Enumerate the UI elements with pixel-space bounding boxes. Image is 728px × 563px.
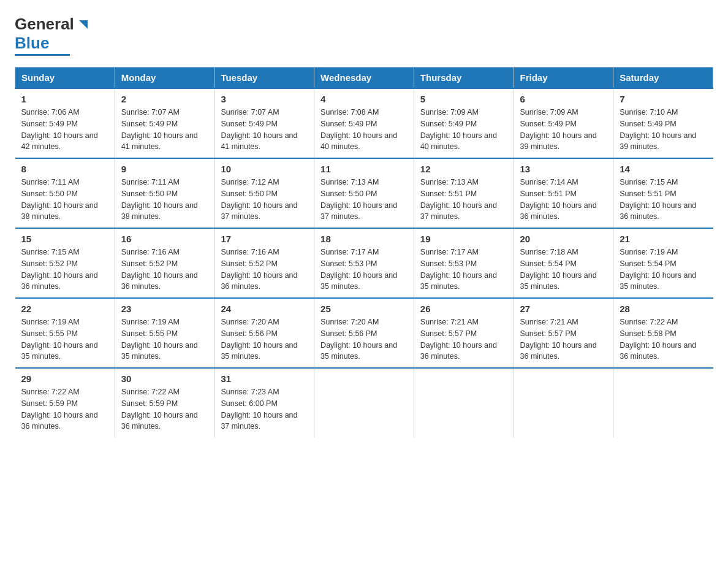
calendar-cell: 12Sunrise: 7:13 AMSunset: 5:51 PMDayligh… — [414, 158, 514, 228]
calendar-cell: 18Sunrise: 7:17 AMSunset: 5:53 PMDayligh… — [314, 228, 414, 298]
calendar-cell: 29Sunrise: 7:22 AMSunset: 5:59 PMDayligh… — [15, 368, 115, 437]
logo: General Blue — [15, 15, 89, 56]
day-info: Sunrise: 7:13 AMSunset: 5:51 PMDaylight:… — [420, 177, 507, 223]
day-number: 31 — [221, 373, 308, 384]
calendar-cell: 28Sunrise: 7:22 AMSunset: 5:58 PMDayligh… — [613, 298, 713, 368]
day-info: Sunrise: 7:17 AMSunset: 5:53 PMDaylight:… — [420, 247, 507, 293]
day-info: Sunrise: 7:10 AMSunset: 5:49 PMDaylight:… — [620, 107, 707, 153]
calendar-week-2: 8Sunrise: 7:11 AMSunset: 5:50 PMDaylight… — [15, 158, 713, 228]
day-info: Sunrise: 7:06 AMSunset: 5:49 PMDaylight:… — [21, 107, 108, 153]
calendar-cell: 6Sunrise: 7:09 AMSunset: 5:49 PMDaylight… — [514, 88, 613, 158]
day-number: 3 — [221, 94, 308, 104]
calendar-cell: 4Sunrise: 7:08 AMSunset: 5:49 PMDaylight… — [314, 88, 414, 158]
calendar-cell — [414, 368, 514, 437]
day-number: 2 — [121, 94, 208, 104]
day-info: Sunrise: 7:19 AMSunset: 5:55 PMDaylight:… — [21, 316, 108, 362]
calendar-cell — [613, 368, 713, 437]
day-info: Sunrise: 7:22 AMSunset: 5:58 PMDaylight:… — [620, 316, 707, 362]
calendar-cell: 21Sunrise: 7:19 AMSunset: 5:54 PMDayligh… — [613, 228, 713, 298]
svg-marker-0 — [79, 20, 88, 29]
day-number: 23 — [121, 304, 208, 314]
day-number: 14 — [620, 164, 707, 174]
day-info: Sunrise: 7:07 AMSunset: 5:49 PMDaylight:… — [121, 107, 208, 153]
calendar-cell — [314, 368, 414, 437]
page-header: General Blue — [15, 15, 713, 56]
calendar-cell: 24Sunrise: 7:20 AMSunset: 5:56 PMDayligh… — [214, 298, 314, 368]
day-info: Sunrise: 7:09 AMSunset: 5:49 PMDaylight:… — [520, 107, 607, 153]
logo-underline — [15, 54, 70, 56]
calendar-cell: 23Sunrise: 7:19 AMSunset: 5:55 PMDayligh… — [115, 298, 214, 368]
calendar-cell: 30Sunrise: 7:22 AMSunset: 5:59 PMDayligh… — [115, 368, 214, 437]
day-info: Sunrise: 7:08 AMSunset: 5:49 PMDaylight:… — [320, 107, 408, 153]
day-info: Sunrise: 7:13 AMSunset: 5:50 PMDaylight:… — [320, 177, 408, 223]
day-number: 11 — [320, 164, 408, 174]
day-number: 10 — [221, 164, 308, 174]
header-thursday: Thursday — [414, 67, 514, 89]
day-number: 24 — [221, 304, 308, 314]
calendar-cell: 26Sunrise: 7:21 AMSunset: 5:57 PMDayligh… — [414, 298, 514, 368]
day-info: Sunrise: 7:16 AMSunset: 5:52 PMDaylight:… — [121, 247, 208, 293]
calendar-cell: 31Sunrise: 7:23 AMSunset: 6:00 PMDayligh… — [214, 368, 314, 437]
logo-triangle-icon — [75, 18, 89, 31]
logo-blue: Blue — [15, 34, 49, 53]
day-number: 17 — [221, 234, 308, 244]
calendar-header-row: SundayMondayTuesdayWednesdayThursdayFrid… — [15, 67, 713, 89]
calendar-cell: 11Sunrise: 7:13 AMSunset: 5:50 PMDayligh… — [314, 158, 414, 228]
day-number: 18 — [320, 234, 408, 244]
calendar-week-5: 29Sunrise: 7:22 AMSunset: 5:59 PMDayligh… — [15, 368, 713, 437]
day-number: 12 — [420, 164, 507, 174]
day-info: Sunrise: 7:17 AMSunset: 5:53 PMDaylight:… — [320, 247, 408, 293]
day-number: 21 — [620, 234, 707, 244]
logo-general: General — [15, 15, 74, 34]
day-info: Sunrise: 7:07 AMSunset: 5:49 PMDaylight:… — [221, 107, 308, 153]
day-info: Sunrise: 7:20 AMSunset: 5:56 PMDaylight:… — [320, 316, 408, 362]
day-info: Sunrise: 7:09 AMSunset: 5:49 PMDaylight:… — [420, 107, 507, 153]
day-number: 13 — [520, 164, 607, 174]
day-number: 9 — [121, 164, 208, 174]
calendar-cell: 5Sunrise: 7:09 AMSunset: 5:49 PMDaylight… — [414, 88, 514, 158]
calendar-cell: 9Sunrise: 7:11 AMSunset: 5:50 PMDaylight… — [115, 158, 214, 228]
header-friday: Friday — [514, 67, 613, 89]
calendar-cell: 19Sunrise: 7:17 AMSunset: 5:53 PMDayligh… — [414, 228, 514, 298]
day-number: 7 — [620, 94, 707, 104]
day-info: Sunrise: 7:14 AMSunset: 5:51 PMDaylight:… — [520, 177, 607, 223]
day-info: Sunrise: 7:19 AMSunset: 5:54 PMDaylight:… — [620, 247, 707, 293]
day-info: Sunrise: 7:21 AMSunset: 5:57 PMDaylight:… — [520, 316, 607, 362]
day-info: Sunrise: 7:23 AMSunset: 6:00 PMDaylight:… — [221, 386, 308, 432]
header-tuesday: Tuesday — [214, 67, 314, 89]
day-info: Sunrise: 7:19 AMSunset: 5:55 PMDaylight:… — [121, 316, 208, 362]
calendar-cell: 16Sunrise: 7:16 AMSunset: 5:52 PMDayligh… — [115, 228, 214, 298]
calendar-cell: 13Sunrise: 7:14 AMSunset: 5:51 PMDayligh… — [514, 158, 613, 228]
day-info: Sunrise: 7:22 AMSunset: 5:59 PMDaylight:… — [21, 386, 108, 432]
calendar-cell: 14Sunrise: 7:15 AMSunset: 5:51 PMDayligh… — [613, 158, 713, 228]
day-info: Sunrise: 7:12 AMSunset: 5:50 PMDaylight:… — [221, 177, 308, 223]
calendar-week-4: 22Sunrise: 7:19 AMSunset: 5:55 PMDayligh… — [15, 298, 713, 368]
calendar-cell: 20Sunrise: 7:18 AMSunset: 5:54 PMDayligh… — [514, 228, 613, 298]
calendar-cell: 17Sunrise: 7:16 AMSunset: 5:52 PMDayligh… — [214, 228, 314, 298]
day-info: Sunrise: 7:11 AMSunset: 5:50 PMDaylight:… — [21, 177, 108, 223]
calendar-cell: 25Sunrise: 7:20 AMSunset: 5:56 PMDayligh… — [314, 298, 414, 368]
header-monday: Monday — [115, 67, 214, 89]
day-info: Sunrise: 7:16 AMSunset: 5:52 PMDaylight:… — [221, 247, 308, 293]
calendar-cell: 2Sunrise: 7:07 AMSunset: 5:49 PMDaylight… — [115, 88, 214, 158]
day-number: 26 — [420, 304, 507, 314]
header-wednesday: Wednesday — [314, 67, 414, 89]
day-number: 1 — [21, 94, 108, 104]
day-number: 5 — [420, 94, 507, 104]
calendar-week-3: 15Sunrise: 7:15 AMSunset: 5:52 PMDayligh… — [15, 228, 713, 298]
day-number: 30 — [121, 373, 208, 384]
calendar-cell: 15Sunrise: 7:15 AMSunset: 5:52 PMDayligh… — [15, 228, 115, 298]
calendar-cell — [514, 368, 613, 437]
day-info: Sunrise: 7:18 AMSunset: 5:54 PMDaylight:… — [520, 247, 607, 293]
calendar-cell: 27Sunrise: 7:21 AMSunset: 5:57 PMDayligh… — [514, 298, 613, 368]
day-number: 19 — [420, 234, 507, 244]
day-info: Sunrise: 7:20 AMSunset: 5:56 PMDaylight:… — [221, 316, 308, 362]
day-number: 20 — [520, 234, 607, 244]
calendar-week-1: 1Sunrise: 7:06 AMSunset: 5:49 PMDaylight… — [15, 88, 713, 158]
day-info: Sunrise: 7:11 AMSunset: 5:50 PMDaylight:… — [121, 177, 208, 223]
header-saturday: Saturday — [613, 67, 713, 89]
day-info: Sunrise: 7:22 AMSunset: 5:59 PMDaylight:… — [121, 386, 208, 432]
day-info: Sunrise: 7:21 AMSunset: 5:57 PMDaylight:… — [420, 316, 507, 362]
calendar-cell: 1Sunrise: 7:06 AMSunset: 5:49 PMDaylight… — [15, 88, 115, 158]
day-number: 28 — [620, 304, 707, 314]
